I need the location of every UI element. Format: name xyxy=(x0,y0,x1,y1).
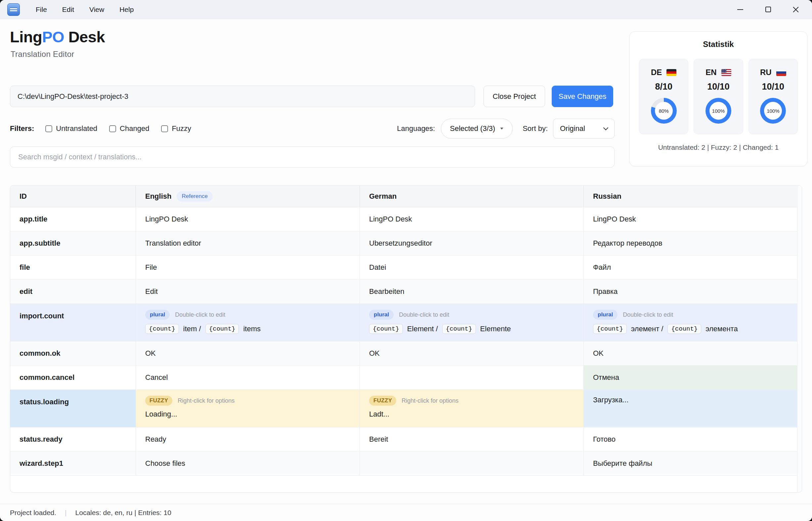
fuzzy-badge-line: FUZZYRight-click for options xyxy=(369,396,458,406)
cell-english[interactable]: pluralDouble-click to edit{count}item /{… xyxy=(136,304,359,341)
placeholder-chip: {count} xyxy=(205,324,239,334)
chevron-down-icon xyxy=(603,125,609,130)
fuzzy-badge: FUZZY xyxy=(369,396,396,406)
cell-english[interactable]: Choose files xyxy=(136,452,359,475)
untranslated-checkbox[interactable] xyxy=(45,125,52,132)
table-row: fileFileDateiФайл xyxy=(10,255,802,280)
cell-english[interactable]: LingPO Desk xyxy=(136,207,359,231)
project-path-input[interactable] xyxy=(10,86,475,107)
entry-id: app.subtitle xyxy=(20,239,60,248)
row-id-cell[interactable]: common.ok xyxy=(10,341,136,365)
row-id-cell[interactable]: common.cancel xyxy=(10,366,136,389)
table-row: app.titleLingPO DeskLingPO DeskLingPO De… xyxy=(10,207,802,231)
cell-german[interactable]: Bearbeiten xyxy=(359,280,584,303)
translation-text: LingPO Desk xyxy=(593,215,636,224)
options-hint: Right-click for options xyxy=(178,398,235,404)
changed-checkbox[interactable] xyxy=(109,125,116,132)
row-id-cell[interactable]: status.ready xyxy=(10,427,136,451)
translated-fraction: 8/10 xyxy=(655,82,673,92)
progress-percent: 100% xyxy=(767,108,779,114)
menu-view[interactable]: View xyxy=(84,4,109,16)
cell-german[interactable]: Bereit xyxy=(359,427,584,451)
language-code: DE xyxy=(651,68,662,77)
translation-text: Bearbeiten xyxy=(369,287,404,296)
fuzzy-checkbox[interactable] xyxy=(161,125,168,132)
cell-english[interactable]: FUZZYRight-click for optionsLoading... xyxy=(136,390,359,427)
cell-english[interactable]: Translation editor xyxy=(136,231,359,255)
menubar: File Edit View Help xyxy=(30,4,139,16)
cell-english[interactable]: File xyxy=(136,255,359,279)
cell-russian[interactable]: Файл xyxy=(584,255,802,279)
entry-id: common.cancel xyxy=(20,373,74,382)
plural-form-text: элемента xyxy=(705,325,738,333)
cell-german[interactable]: pluralDouble-click to edit{count}Element… xyxy=(359,304,584,341)
row-id-cell[interactable]: import.count xyxy=(10,304,136,341)
page-subtitle: Translation Editor xyxy=(10,50,74,59)
options-hint: Right-click for options xyxy=(401,398,458,404)
filter-checkboxes: Untranslated Changed Fuzzy xyxy=(45,124,191,133)
cell-german[interactable]: Ubersetzungseditor xyxy=(359,231,584,255)
plural-form-text: Elemente xyxy=(480,325,511,333)
menu-file[interactable]: File xyxy=(30,4,52,16)
minimize-button[interactable] xyxy=(732,3,748,17)
language-code: EN xyxy=(705,68,717,77)
cell-english[interactable]: Ready xyxy=(136,427,359,451)
row-id-cell[interactable]: wizard.step1 xyxy=(10,452,136,475)
cell-russian[interactable]: pluralDouble-click to edit{count}элемент… xyxy=(584,304,802,341)
cell-german[interactable] xyxy=(359,452,584,475)
cell-english[interactable]: Cancel xyxy=(136,366,359,389)
row-id-cell[interactable]: file xyxy=(10,255,136,279)
cell-russian[interactable]: Правка xyxy=(584,280,802,303)
cell-russian[interactable]: Отмена xyxy=(584,366,802,389)
cell-english[interactable]: OK xyxy=(136,341,359,365)
maximize-button[interactable] xyxy=(761,3,776,17)
cell-russian[interactable]: LingPO Desk xyxy=(584,207,802,231)
languages-dropdown[interactable]: Selected (3/3) xyxy=(441,119,513,138)
menu-edit[interactable]: Edit xyxy=(57,4,80,16)
cell-english[interactable]: Edit xyxy=(136,280,359,303)
ru-flag-icon xyxy=(776,69,786,76)
row-id-cell[interactable]: app.title xyxy=(10,207,136,231)
translation-text: Bereit xyxy=(369,435,388,444)
progress-percent: 100% xyxy=(712,108,725,114)
menu-help[interactable]: Help xyxy=(114,4,139,16)
translation-text: File xyxy=(145,263,157,272)
table-row: common.cancelCancelОтмена xyxy=(10,366,802,390)
cell-russian[interactable]: Редактор переводов xyxy=(584,231,802,255)
row-id-cell[interactable]: status.loading xyxy=(10,390,136,427)
translations-table: ID English Reference German Russian app.… xyxy=(10,185,802,493)
cell-russian[interactable]: Загрузка... xyxy=(584,390,802,427)
table-scrollbar[interactable] xyxy=(797,185,802,492)
row-id-cell[interactable]: app.subtitle xyxy=(10,231,136,255)
edit-hint: Double-click to edit xyxy=(399,311,449,318)
cell-german[interactable] xyxy=(359,366,584,389)
close-project-button[interactable]: Close Project xyxy=(484,86,545,107)
row-id-cell[interactable]: edit xyxy=(10,280,136,303)
cell-german[interactable]: OK xyxy=(359,341,584,365)
search-input[interactable] xyxy=(10,146,615,167)
translation-text: Выберите файлы xyxy=(593,459,652,468)
close-button[interactable] xyxy=(788,3,804,17)
stat-card-top: RU xyxy=(760,68,786,77)
filter-untranslated[interactable]: Untranslated xyxy=(45,124,97,133)
table-row: app.subtitleTranslation editorUbersetzun… xyxy=(10,231,802,255)
sort-dropdown[interactable]: Original xyxy=(553,119,615,138)
translation-text: Редактор переводов xyxy=(593,239,662,248)
filter-fuzzy[interactable]: Fuzzy xyxy=(161,124,191,133)
caret-down-icon xyxy=(500,128,503,130)
cell-russian[interactable]: Выберите файлы xyxy=(584,452,802,475)
app-icon xyxy=(7,3,20,16)
cell-german[interactable]: Datei xyxy=(359,255,584,279)
stats-summary: Untranslated: 2 | Fuzzy: 2 | Changed: 1 xyxy=(630,143,807,152)
filter-changed[interactable]: Changed xyxy=(109,124,149,133)
entry-id: status.ready xyxy=(20,435,63,444)
translation-text: Cancel xyxy=(145,373,168,382)
fuzzy-badge-line: FUZZYRight-click for options xyxy=(145,396,235,406)
cell-german[interactable]: LingPO Desk xyxy=(359,207,584,231)
cell-russian[interactable]: OK xyxy=(584,341,802,365)
table-row: status.readyReadyBereitГотово xyxy=(10,427,802,452)
save-changes-button[interactable]: Save Changes xyxy=(552,86,613,107)
cell-russian[interactable]: Готово xyxy=(584,427,802,451)
plural-badge-line: pluralDouble-click to edit xyxy=(369,310,449,320)
cell-german[interactable]: FUZZYRight-click for optionsLadt... xyxy=(359,390,584,427)
